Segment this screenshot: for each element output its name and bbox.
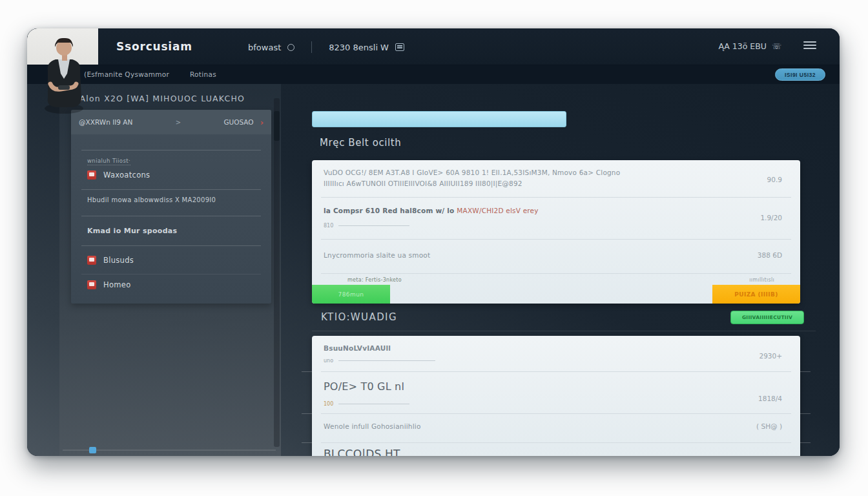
brand-title: Ssorcusiam — [116, 40, 192, 53]
sidebar-item-label: Waxoatcons — [103, 170, 150, 180]
footer-right-caption: ıımıllıtıslı — [749, 277, 774, 283]
subnav-action-button[interactable]: ISI9I U5I32 — [775, 68, 825, 81]
sidebar-dropdown[interactable]: @XXRWn II9 AN > GUOSAO › — [71, 110, 271, 134]
dropdown-separator: > — [132, 119, 223, 126]
person-photo — [39, 34, 89, 114]
divider — [321, 273, 791, 274]
section2-underline — [312, 331, 816, 331]
divider — [81, 150, 261, 150]
sidebar-item-homeo[interactable]: Homeo — [87, 280, 255, 289]
sidebar-item-label: Homeo — [103, 280, 131, 289]
card2-row-1[interactable]: BsuuNoLVvIAAUll uno 2930+ — [312, 336, 800, 371]
chevron-right-icon: › — [260, 118, 264, 127]
card1-row-2[interactable]: la Compsr 610 Red hal8com w/ lo MAXW/CHI… — [312, 197, 800, 239]
row-text: Wenole infull Gohosianiihlio — [324, 422, 421, 430]
page: Ssorcusiam bfowast 8230 8ensli W ĄA 13ö … — [0, 0, 868, 496]
divider — [81, 216, 261, 216]
sidebar-title: F Alon X2O [WA] MIHOUOC LUAKCHO — [71, 94, 245, 103]
card2-row-4[interactable]: BLCCO|DS HT — [312, 442, 800, 456]
row-text: PO/E> T0 GL nl — [324, 380, 404, 393]
edge-tick — [302, 413, 312, 414]
row-text: BsuuNoLVvIAAUll — [324, 344, 391, 352]
app-red-icon — [87, 256, 96, 265]
mini-progress-line — [338, 404, 409, 404]
row-subtext: uno — [324, 358, 435, 364]
row-text: Lnycrommoria slaite ua smoot — [324, 251, 430, 259]
dropdown-left-label: @XXRWn II9 AN — [79, 118, 132, 126]
confirm-button[interactable]: 786mun — [312, 285, 390, 304]
edge-tick — [800, 371, 811, 372]
horizontal-scrollbar-handle[interactable] — [89, 447, 96, 453]
summary-card: VuDO OCG!/ 8EM A3T.A8 I GIoVE> 60A 9810 … — [312, 160, 800, 304]
sidebar-item-hbudil[interactable]: Hbudil mowa albowwdiss X MA2009I0 — [87, 196, 255, 203]
row-subtext: 100 — [324, 401, 409, 407]
sidebar-item-blusuds[interactable]: Blusuds — [87, 256, 255, 265]
row-value: ( SH@ ) — [756, 422, 782, 430]
edge-tick — [302, 442, 312, 443]
main-content: Mręc Belt ocilth VuDO OCG!/ 8EM A3T.A8 I… — [312, 84, 822, 456]
avatar — [39, 34, 89, 114]
phone-icon: ☏ — [772, 42, 781, 51]
footer-left-caption: meta: Fertis-3nketo — [347, 277, 402, 283]
edge-tick — [800, 442, 811, 443]
sidebar-section-label: wnialuh Tiiost· — [87, 158, 130, 165]
section2-action-button[interactable]: GIIIVAIIIIIECUTIIV — [730, 311, 804, 324]
app-body: F Alon X2O [WA] MIHOUOC LUAKCHO @XXRWn I… — [27, 84, 840, 456]
flag-icon — [395, 43, 404, 51]
divider — [81, 189, 261, 190]
section2-title: KTIO:WUADIG — [321, 311, 397, 323]
header-center-left-label[interactable]: bfowast — [248, 43, 281, 52]
card2-row-2[interactable]: PO/E> T0 GL nl 100 1818/4 — [312, 371, 800, 413]
app-red-icon — [87, 170, 96, 180]
card2-row-3[interactable]: Wenole infull Gohosianiihlio ( SH@ ) — [312, 413, 800, 442]
row-text-accent: MAXW/CHI2D elsV erey — [457, 207, 538, 214]
edge-tick — [302, 371, 312, 372]
sidebar-item-label: Blusuds — [103, 256, 134, 265]
detail-card: BsuuNoLVvIAAUll uno 2930+ PO/E> T0 GL nl… — [312, 336, 800, 456]
sidebar-item-kmad[interactable]: Kmad io Mur spoodas — [87, 227, 255, 235]
ring-icon — [287, 44, 294, 51]
row-text-line2: IIIIIIıcı A6wTUNOII OTIIIEIIIVOI&8 AIIIU… — [324, 180, 522, 187]
hamburger-menu-icon[interactable] — [803, 41, 816, 50]
subnav-bar: (Esfmanite Qyswammor Rotinas ISI9I U5I32 — [27, 65, 840, 84]
header-center-right-label[interactable]: 8230 8ensli W — [329, 43, 389, 52]
row-subtext: 810 — [324, 223, 409, 229]
sidebar-item-label: Hbudil mowa albowwdiss X MA2009I0 — [87, 196, 216, 203]
warning-button[interactable]: PUIZA (IIIIB) — [712, 285, 800, 304]
card1-row-3[interactable]: Lnycrommoria slaite ua smoot 388 6D — [312, 239, 800, 273]
sidebar-scrollbar-thumb[interactable] — [274, 111, 280, 141]
row-value: 1818/4 — [758, 395, 782, 402]
header-center-nav: bfowast 8230 8ensli W — [248, 41, 404, 53]
mini-progress-line — [338, 360, 435, 361]
header-right-group: ĄA 13ö EBU ☏ — [718, 41, 781, 51]
section1-title: Mręc Belt ocilth — [320, 137, 401, 149]
dropdown-selected-value: GUOSAO — [223, 118, 253, 126]
row-value: 90.9 — [767, 176, 782, 183]
header-right-label: ĄA 13ö EBU — [718, 41, 767, 51]
subnav-item-1[interactable]: (Esfmanite Qyswammor — [84, 70, 169, 78]
subnav-item-2[interactable]: Rotinas — [190, 70, 216, 78]
sidebar-item-label: Kmad io Mur spoodas — [87, 227, 177, 235]
row-text: la Compsr 610 Red hal8com w/ lo MAXW/CHI… — [324, 207, 539, 214]
header-bar: Ssorcusiam bfowast 8230 8ensli W ĄA 13ö … — [27, 28, 840, 65]
row-text-line1: VuDO OCG!/ 8EM A3T.A8 I GIoVE> 60A 9810 … — [324, 169, 620, 176]
sidebar-item-waxoatcons[interactable]: Waxoatcons — [87, 170, 255, 180]
sidebar-menu-panel: @XXRWn II9 AN > GUOSAO › wnialuh Tiiost·… — [71, 110, 271, 304]
edge-tick — [800, 413, 811, 414]
row-value: 388 6D — [758, 251, 782, 259]
row-text: BLCCO|DS HT — [324, 448, 400, 456]
row-value: 1.9/20 — [760, 214, 782, 222]
header-divider — [311, 41, 312, 53]
sidebar-scrollbar-track[interactable] — [274, 98, 280, 447]
divider — [81, 274, 261, 274]
row-value: 2930+ — [759, 352, 782, 360]
app-red-icon — [87, 280, 96, 289]
app-window: Ssorcusiam bfowast 8230 8ensli W ĄA 13ö … — [27, 28, 840, 456]
mini-progress-line — [338, 225, 409, 226]
divider — [81, 245, 261, 246]
card1-row-1[interactable]: VuDO OCG!/ 8EM A3T.A8 I GIoVE> 60A 9810 … — [312, 160, 800, 197]
highlight-banner[interactable] — [312, 111, 566, 127]
